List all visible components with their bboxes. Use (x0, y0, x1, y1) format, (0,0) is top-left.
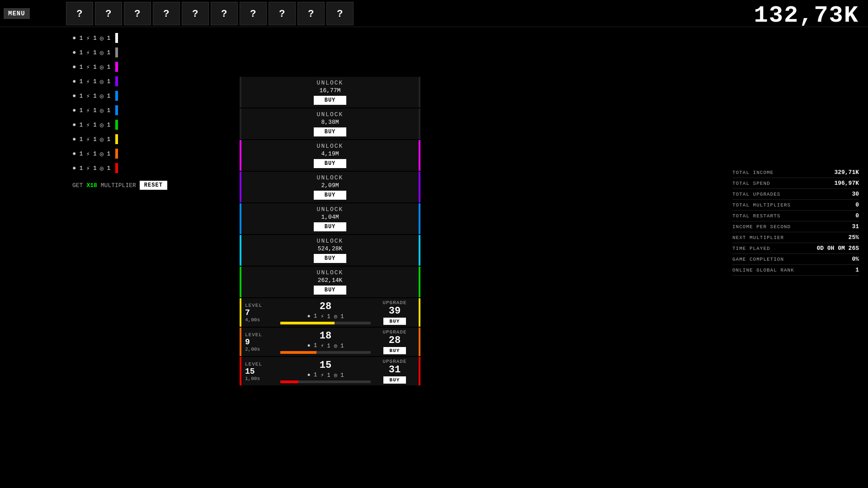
unlock-price: 16,77M (246, 87, 414, 94)
clock-val: 1 (78, 165, 84, 172)
coin-icon: ◎ (100, 92, 104, 100)
level-count: 18 (280, 330, 371, 342)
bolt-icon: ⚡ (86, 34, 90, 42)
stat-value-5: 31 (852, 223, 859, 230)
upgrade-buy-button-2[interactable]: BUY (383, 376, 406, 384)
stat-value-9: 1 (855, 267, 859, 273)
progress-bar-fill (280, 380, 298, 383)
unlock-row-4: UNLOCK 1,04M BUY (240, 203, 420, 234)
bolt-val: 1 (92, 136, 98, 143)
upgrade-buy-button-1[interactable]: BUY (383, 347, 406, 354)
bolt-icon: ⚡ (86, 121, 90, 129)
unlock-label: UNLOCK (246, 206, 414, 213)
stat-label-7: TIME PLAYED (732, 246, 770, 251)
color-bar (115, 105, 118, 115)
coin-icon: ◎ (100, 164, 104, 172)
menu-button[interactable]: MENU (4, 8, 30, 19)
stat-value-6: 25% (849, 234, 859, 241)
stat-label-8: GAME COMPLETION (732, 257, 784, 262)
question-button-7[interactable]: ? (269, 2, 296, 25)
bolt-icon: ⚡ (86, 107, 90, 114)
question-button-2[interactable]: ? (124, 2, 151, 25)
stat-row-9: ONLINE GLOBAL RANK 1 (732, 265, 859, 276)
left-rows: ● 1 ⚡ 1 ◎ 1 ● 1 ⚡ 1 ◎ 1 ● 1 ⚡ 1 ◎ 1 ● 1 … (72, 32, 172, 174)
buy-button-5[interactable]: BUY (314, 254, 347, 263)
right-panel: TOTAL INCOME 329,71K TOTAL SPEND 196,97K… (732, 167, 859, 276)
clock-icon: ● (72, 121, 76, 128)
progress-bar-fill (280, 322, 335, 324)
unlock-price: 2,09M (246, 182, 414, 189)
left-panel: ● 1 ⚡ 1 ◎ 1 ● 1 ⚡ 1 ◎ 1 ● 1 ⚡ 1 ◎ 1 ● 1 … (72, 32, 172, 190)
bolt-icon: ⚡ (86, 164, 90, 172)
level-time: 4,00s (245, 317, 277, 323)
clock-val: 1 (78, 93, 84, 99)
stat-value-2: 30 (852, 191, 859, 197)
coin-icon2: ◎ 1 (334, 343, 344, 349)
buy-button-0[interactable]: BUY (314, 96, 347, 105)
question-button-9[interactable]: ? (326, 2, 354, 25)
top-bar: MENU ?????????? 132,73K (0, 0, 868, 27)
bolt-val: 1 (92, 35, 98, 42)
clock-val: 1 (78, 78, 84, 85)
level-info-2: LEVEL 15 1,00s (245, 361, 277, 381)
bolt-val: 1 (92, 107, 98, 114)
stat-value-3: 0 (855, 202, 859, 208)
unlock-row-0: UNLOCK 16,77M BUY (240, 77, 420, 108)
clock-icon: ● (72, 150, 76, 157)
coin-icon: ◎ (100, 63, 104, 71)
clock-val: 1 (78, 107, 84, 114)
stat-value-4: 0 (855, 212, 859, 219)
upgrade-info-0: UPGRADE 39 BUY (374, 300, 415, 325)
clock-val: 1 (78, 35, 84, 42)
question-button-6[interactable]: ? (240, 2, 267, 25)
color-bar (115, 120, 118, 130)
clock-val: 1 (78, 64, 84, 70)
upgrade-number: 31 (374, 364, 415, 375)
coin-val: 1 (105, 107, 112, 114)
question-button-3[interactable]: ? (153, 2, 180, 25)
upgrade-info-1: UPGRADE 28 BUY (374, 329, 415, 354)
coin-icon: ◎ (100, 136, 104, 143)
coin-icon2: ◎ 1 (334, 313, 344, 320)
clock-icon: ● (72, 107, 76, 114)
bolt-val: 1 (92, 78, 98, 85)
question-button-5[interactable]: ? (211, 2, 238, 25)
buy-button-6[interactable]: BUY (314, 286, 347, 295)
stat-label-9: ONLINE GLOBAL RANK (732, 267, 794, 273)
bolt-val: 1 (92, 165, 98, 172)
stat-value-8: 0% (852, 256, 859, 263)
clock-icon: ● (72, 34, 76, 42)
clock-icon: ● (72, 78, 76, 85)
unlock-label: UNLOCK (246, 269, 414, 276)
stat-value-7: 0D 0H 0M 26S (816, 245, 859, 252)
clock-val: 1 (78, 49, 84, 56)
stat-label-0: TOTAL INCOME (732, 170, 774, 175)
clock-icon2: ● 1 (307, 313, 317, 320)
question-button-0[interactable]: ? (66, 2, 93, 25)
clock-icon: ● (72, 136, 76, 143)
upgrade-buy-button-0[interactable]: BUY (383, 318, 406, 325)
level-number: 15 (245, 367, 277, 376)
buy-button-4[interactable]: BUY (314, 222, 347, 231)
coin-val: 1 (105, 136, 112, 143)
coin-icon: ◎ (100, 34, 104, 42)
left-row-1: ● 1 ⚡ 1 ◎ 1 (72, 46, 172, 59)
question-button-1[interactable]: ? (95, 2, 122, 25)
buy-button-2[interactable]: BUY (314, 159, 347, 168)
question-button-4[interactable]: ? (182, 2, 209, 25)
stats-list: TOTAL INCOME 329,71K TOTAL SPEND 196,97K… (732, 167, 859, 276)
buy-button-3[interactable]: BUY (314, 191, 347, 200)
level-label: LEVEL (245, 303, 277, 308)
reset-button[interactable]: RESET (140, 181, 167, 190)
icons-row: ● 1 ⚡ 1 ◎ 1 (280, 313, 371, 320)
bolt-icon2: ⚡ 1 (321, 372, 330, 379)
level-row-2: LEVEL 15 1,00s 15 ● 1 ⚡ 1 ◎ 1 UPGRADE 31… (240, 357, 420, 385)
question-button-8[interactable]: ? (297, 2, 325, 25)
multiplier-suffix: MULTIPLIER (101, 182, 136, 189)
unlock-row-3: UNLOCK 2,09M BUY (240, 172, 420, 202)
buy-button-1[interactable]: BUY (314, 127, 347, 136)
progress-bar-container (280, 351, 371, 354)
coin-val: 1 (105, 165, 112, 172)
left-row-4: ● 1 ⚡ 1 ◎ 1 (72, 89, 172, 102)
upgrade-number: 39 (374, 305, 415, 317)
